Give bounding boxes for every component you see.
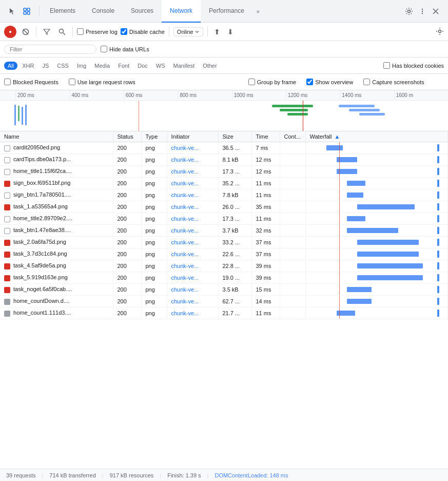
type-btn-other[interactable]: Other: [199, 62, 221, 70]
cell-content: [280, 213, 305, 225]
table-row[interactable]: task_noget.6a5f0cab.... 200 png chunk-ve…: [0, 284, 448, 296]
preserve-log-checkbox[interactable]: [77, 28, 84, 35]
cell-status: 200: [113, 178, 141, 189]
svg-point-12: [60, 29, 64, 33]
group-by-frame-checkbox[interactable]: [248, 79, 255, 85]
cell-name: home_count1.111d3....: [0, 307, 113, 319]
blocked-requests-option[interactable]: Blocked Requests: [4, 79, 59, 85]
col-initiator[interactable]: Initiator: [167, 131, 218, 142]
settings-icon[interactable]: [403, 5, 415, 17]
preserve-log-label[interactable]: Preserve log: [77, 28, 118, 35]
col-content[interactable]: Cont...: [280, 131, 305, 142]
type-btn-xhr[interactable]: XHR: [18, 62, 37, 70]
type-btn-media[interactable]: Media: [91, 62, 113, 70]
cell-status: 200: [113, 189, 141, 201]
tab-console[interactable]: Console: [84, 0, 123, 23]
cell-time: 11 ms: [251, 189, 280, 201]
overview-chart[interactable]: [0, 101, 448, 131]
cell-time: 11 ms: [251, 307, 280, 319]
cell-size: 26.0 ...: [218, 201, 251, 213]
type-btn-all[interactable]: All: [4, 62, 17, 70]
table-row[interactable]: sign_btn1.7a780501.... 200 png chunk-ve.…: [0, 189, 448, 201]
cell-time: 39 ms: [251, 272, 280, 284]
capture-screenshots-checkbox[interactable]: [363, 79, 370, 85]
cell-size: 3.7 kB: [218, 225, 251, 237]
has-blocked-cookies-label[interactable]: Has blocked cookies: [383, 62, 444, 69]
tab-more-button[interactable]: »: [252, 0, 264, 23]
inspect-icon[interactable]: [21, 5, 33, 17]
svg-rect-2: [24, 12, 26, 14]
table-row[interactable]: home_count1.111d3.... 200 png chunk-ve..…: [0, 307, 448, 319]
hide-data-urls-label[interactable]: Hide data URLs: [101, 46, 149, 52]
type-btn-img[interactable]: Img: [73, 62, 90, 70]
table-row[interactable]: task_2.0a6fa75d.png 200 png chunk-ve... …: [0, 237, 448, 248]
table-row[interactable]: sign_box.f69511bf.png 200 png chunk-ve..…: [0, 178, 448, 189]
throttle-select[interactable]: Online: [173, 27, 203, 36]
network-settings-button[interactable]: [436, 27, 444, 36]
type-btn-ws[interactable]: WS: [152, 62, 169, 70]
table-body: cardit20950ed.png 200 png chunk-ve... 36…: [0, 142, 448, 319]
disable-cache-label[interactable]: Disable cache: [121, 28, 165, 35]
cell-type: png: [141, 178, 167, 189]
close-icon[interactable]: [430, 5, 442, 17]
cell-initiator: chunk-ve...: [167, 284, 218, 296]
record-button[interactable]: ●: [4, 26, 16, 38]
show-overview-checkbox[interactable]: [306, 79, 313, 85]
table-row[interactable]: task_1.a53565a4.png 200 png chunk-ve... …: [0, 201, 448, 213]
cell-time: 37 ms: [251, 248, 280, 260]
cell-initiator: chunk-ve...: [167, 260, 218, 272]
table-row[interactable]: task_5.919d163e.png 200 png chunk-ve... …: [0, 272, 448, 284]
import-button[interactable]: ⬆: [212, 27, 222, 37]
table-row[interactable]: task_3.7d3c1c84.png 200 png chunk-ve... …: [0, 248, 448, 260]
clear-button[interactable]: [20, 26, 32, 38]
cell-size: 22.8 ...: [218, 260, 251, 272]
more-options-icon[interactable]: [416, 5, 428, 17]
col-size[interactable]: Size: [218, 131, 251, 142]
type-btn-doc[interactable]: Doc: [134, 62, 151, 70]
type-btn-manifest[interactable]: Manifest: [170, 62, 199, 70]
capture-screenshots-option[interactable]: Capture screenshots: [363, 79, 424, 85]
col-type[interactable]: Type: [141, 131, 167, 142]
disable-cache-checkbox[interactable]: [121, 28, 127, 35]
col-status[interactable]: Status: [113, 131, 141, 142]
col-name[interactable]: Name: [0, 131, 113, 142]
table-row[interactable]: cardTips.dbe0a173.p... 200 png chunk-ve.…: [0, 154, 448, 166]
table-row[interactable]: cardit20950ed.png 200 png chunk-ve... 36…: [0, 142, 448, 154]
timeline-ruler: 200 ms 400 ms 600 ms 800 ms 1000 ms 1200…: [0, 90, 448, 101]
large-rows-checkbox[interactable]: [69, 79, 75, 85]
filter-button[interactable]: [41, 26, 53, 38]
type-btn-css[interactable]: CSS: [53, 62, 72, 70]
table-row[interactable]: task_4.5af9de5a.png 200 png chunk-ve... …: [0, 260, 448, 272]
cell-name: task_btn1.47e8ae38....: [0, 225, 113, 237]
tab-performance[interactable]: Performance: [201, 0, 252, 23]
large-rows-option[interactable]: Use large request rows: [69, 79, 135, 85]
col-waterfall[interactable]: Waterfall ▲: [305, 131, 448, 142]
filter-input[interactable]: [4, 45, 96, 54]
cell-type: png: [141, 284, 167, 296]
tab-sources[interactable]: Sources: [123, 0, 162, 23]
type-btn-js[interactable]: JS: [38, 62, 52, 70]
tab-elements[interactable]: Elements: [42, 0, 84, 23]
tab-network[interactable]: Network: [162, 0, 201, 23]
cursor-icon[interactable]: [6, 5, 18, 17]
has-blocked-cookies-checkbox[interactable]: [383, 62, 390, 69]
group-by-frame-option[interactable]: Group by frame: [248, 79, 296, 85]
cell-type: png: [141, 296, 167, 307]
table-row[interactable]: home_title1.15f6f2ca.... 200 png chunk-v…: [0, 166, 448, 178]
col-time[interactable]: Time: [251, 131, 280, 142]
cell-status: 200: [113, 166, 141, 178]
type-btn-font[interactable]: Font: [114, 62, 133, 70]
cell-name: sign_btn1.7a780501....: [0, 189, 113, 201]
cell-time: 35 ms: [251, 201, 280, 213]
tab-bar: Elements Console Sources Network Perform…: [0, 0, 448, 23]
table-row[interactable]: task_btn1.47e8ae38.... 200 png chunk-ve.…: [0, 225, 448, 237]
table-row[interactable]: home_countDown.d.... 200 png chunk-ve...…: [0, 296, 448, 307]
table-row[interactable]: home_title2.89709e2.... 200 png chunk-ve…: [0, 213, 448, 225]
show-overview-option[interactable]: Show overview: [306, 79, 353, 85]
cell-type: png: [141, 272, 167, 284]
export-button[interactable]: ⬇: [225, 27, 236, 37]
search-button[interactable]: [56, 26, 68, 38]
blocked-requests-checkbox[interactable]: [4, 79, 11, 85]
tabs: Elements Console Sources Network Perform…: [42, 0, 399, 23]
hide-data-urls-checkbox[interactable]: [101, 46, 107, 52]
